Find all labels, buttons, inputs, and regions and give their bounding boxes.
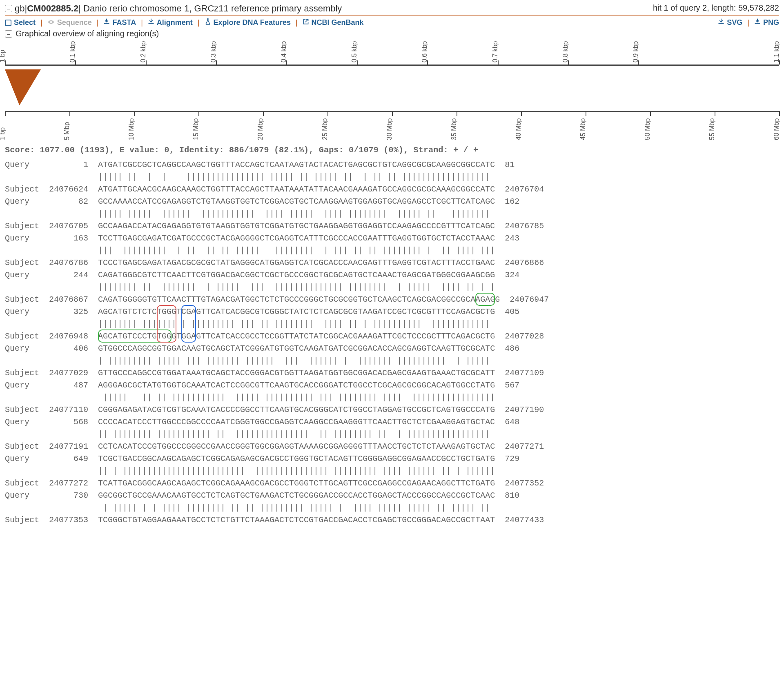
query-row: Query 325 AGCATGTCTCTCTGGGTCGAGTTCATCACG… (5, 306, 779, 318)
tick-label: 0.2 kbp (140, 41, 147, 62)
tick-label: 0.3 kbp (210, 41, 217, 62)
sequence-button: Sequence (47, 18, 92, 27)
result-header: – gb|CM002885.2| Danio rerio chromosome … (5, 3, 779, 16)
subject-row: Subject 24076948 AGCATGTCCCTGTGGGTGGAGTT… (5, 330, 779, 343)
subject-ruler: 1 bp5 Mbp10 Mbp15 Mbp20 Mbp25 Mbp30 Mbp3… (5, 107, 779, 140)
tick-label: 45 Mbp (579, 118, 587, 140)
match-row: | ||||||||| ||||| ||| ||||||| |||||| |||… (5, 355, 779, 367)
download-icon (148, 18, 154, 27)
match-row: || | ||||||||||||||||||||||||| |||||||||… (5, 465, 779, 477)
tick-label: 0.5 kbp (351, 41, 358, 62)
alignment-stats: Score: 1077.00 (1193), E value: 0, Ident… (5, 145, 779, 155)
overview-header: – Graphical overview of aligning region(… (5, 29, 779, 38)
subject-row: Subject 24076624 ATGATTGCAACGCAAGCAAAGCT… (5, 183, 779, 196)
checkbox-icon (5, 20, 11, 26)
tick (779, 111, 780, 116)
tick-label: 5 Mbp (63, 122, 71, 140)
fasta-button[interactable]: FASTA (103, 18, 136, 27)
tick-label: 20 Mbp (257, 118, 264, 140)
tick (715, 111, 715, 116)
external-link-icon (303, 18, 309, 27)
subject-row: Subject 24077191 CCTCACATCCCGTGGCCCGGGCC… (5, 441, 779, 453)
query-row: Query 82 GCCAAAACCATCCGAGAGGTCTGTAAGGTGG… (5, 196, 779, 208)
query-row: Query 487 AGGGAGCGCTATGTGGTGCAAATCACTCCG… (5, 379, 779, 392)
subject-row: Subject 24077353 TCGGGCTGTAGGAAGAAATGCCT… (5, 514, 779, 526)
tick-label: 35 Mbp (450, 118, 458, 140)
tick-label: 0.1 kbp (69, 41, 76, 62)
tick-label: 40 Mbp (515, 118, 522, 140)
query-row: Query 568 CCCCACATCCCTTGGCCCGGCCCCAATCGG… (5, 416, 779, 428)
tick-label: 15 Mbp (192, 118, 200, 140)
match-row: | ||||| | | |||| |||||||| || || ||||||||… (5, 502, 779, 514)
explore-button[interactable]: Explore DNA Features (205, 18, 291, 27)
tick-label: 0.9 kbp (632, 41, 639, 62)
tick (134, 111, 135, 116)
overview-title: Graphical overview of aligning region(s) (16, 29, 159, 38)
match-row: || |||||||| ||||||||||| || |||||||||||||… (5, 428, 779, 441)
tick-label: 0.4 kbp (280, 41, 287, 62)
tick (198, 111, 199, 116)
query-row: Query 1 ATGATCGCCGCTCAGGCCAAGCTGGTTTACCA… (5, 159, 779, 171)
subject-row: Subject 24076867 CAGATGGGGGTGTTCAACTTTGT… (5, 294, 779, 306)
tick (586, 111, 586, 116)
genbank-button[interactable]: NCBI GenBank (303, 18, 364, 27)
query-ruler: 1 bp0.1 kbp0.2 kbp0.3 kbp0.4 kbp0.5 kbp0… (5, 41, 779, 69)
tick-label: 0.8 kbp (562, 41, 569, 62)
tick (650, 111, 651, 116)
query-row: Query 406 GTGGCCCAGGCGGTGGACAAGTGCAGCTAT… (5, 343, 779, 355)
tick (69, 111, 70, 116)
match-row: |||||||| ||||||| | ||||||||| ||| || ||||… (5, 318, 779, 330)
flask-icon (205, 18, 211, 27)
tick-label: 1.1 kbp (773, 41, 780, 62)
tick-label: 50 Mbp (644, 118, 651, 140)
download-icon (718, 18, 724, 27)
tick (263, 111, 264, 116)
png-button[interactable]: PNG (754, 18, 779, 27)
tick-label: 1 bp (0, 127, 6, 140)
download-icon (754, 18, 761, 27)
tick (5, 111, 6, 116)
tick-label: 30 Mbp (386, 118, 393, 140)
query-row: Query 649 TCGCTGACCGGCAAGCAGAGCTCGGCAGAG… (5, 453, 779, 465)
tick-label: 0.6 kbp (421, 41, 428, 62)
toolbar: Select | Sequence | FASTA | Alignment | (5, 18, 779, 27)
tick-label: 1 bp (0, 50, 6, 62)
tick (392, 111, 393, 116)
match-row: ||||| || | | |||||||||||||||| ||||| || |… (5, 171, 779, 183)
query-row: Query 730 GGCGGCTGCCGAAACAAGTGCCTCTCAGTG… (5, 490, 779, 502)
tick-label: 10 Mbp (128, 118, 135, 140)
match-row: ||| ||||||||| | || || || ||||| |||||||| … (5, 245, 779, 257)
collapse-icon[interactable]: – (5, 30, 12, 38)
tick (327, 111, 328, 116)
svg-marker-0 (5, 69, 41, 105)
tick (521, 111, 522, 116)
query-row: Query 163 TCCTTGAGCGAGATCGATGCCCGCTACGAG… (5, 232, 779, 245)
match-row: |||||||| || ||||||| | ||||| ||| ||||||||… (5, 281, 779, 294)
tick-label: 60 Mbp (773, 118, 780, 140)
tick-label: 25 Mbp (321, 118, 329, 140)
query-row: Query 244 CAGATGGGCGTCTTCAACTTCGTGGACGAC… (5, 269, 779, 281)
tick-label: 0.7 kbp (492, 41, 499, 62)
tick-label: 55 Mbp (708, 118, 716, 140)
alignment-button[interactable]: Alignment (148, 18, 193, 27)
subject-row: Subject 24076786 TCCCTGAGCGAGATAGACGCGCG… (5, 257, 779, 269)
subject-row: Subject 24077272 TCATTGACGGGCAAGCAGAGCTC… (5, 477, 779, 490)
graphical-overview: 1 bp0.1 kbp0.2 kbp0.3 kbp0.4 kbp0.5 kbp0… (5, 41, 779, 140)
alignment-block: Query 1 ATGATCGCCGCTCAGGCCAAGCTGGTTTACCA… (5, 159, 779, 526)
alignment-triangle (5, 69, 41, 105)
download-icon (103, 18, 110, 27)
subject-row: Subject 24077110 CGGGAGAGATACGTCGTGCAAAT… (5, 404, 779, 416)
match-row: ||||| || || ||||||||||| ||||| ||||||||||… (5, 392, 779, 404)
tick (457, 111, 457, 116)
subject-row: Subject 24077029 GTTGCCCAGGCCGTGGATAAATG… (5, 367, 779, 379)
eye-icon (47, 18, 55, 27)
select-button[interactable]: Select (5, 18, 36, 27)
subject-row: Subject 24076705 GCCAAGACCATACGAGAGGTGTG… (5, 220, 779, 232)
hit-title: gb|CM002885.2| Danio rerio chromosome 1,… (15, 3, 342, 14)
svg-button[interactable]: SVG (718, 18, 742, 27)
hit-info: hit 1 of query 2, length: 59,578,282 (653, 3, 779, 13)
collapse-icon[interactable]: – (5, 5, 12, 12)
match-row: ||||| ||||| |||||| ||||||||||| |||| ||||… (5, 208, 779, 220)
